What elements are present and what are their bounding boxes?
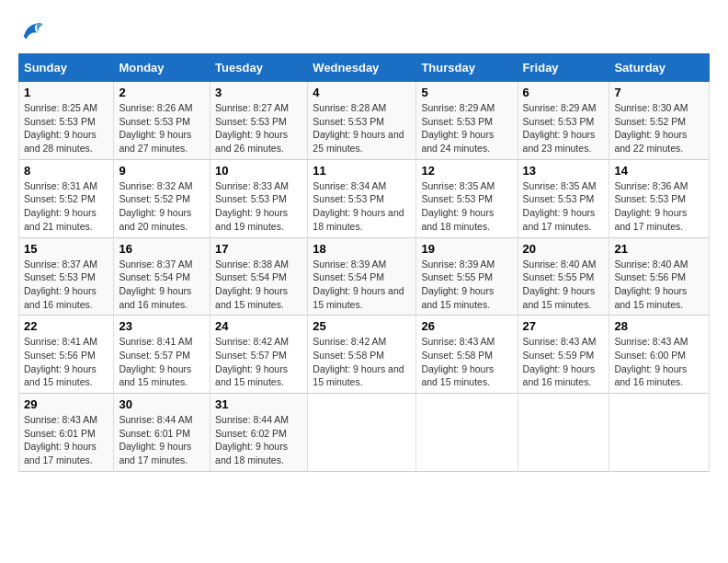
daylight-hours: Daylight: 9 hours and 28 minutes. [24, 129, 97, 154]
day-number: 4 [313, 86, 411, 99]
day-info: Sunrise: 8:35 AM Sunset: 5:53 PM Dayligh… [523, 179, 605, 234]
day-number: 9 [119, 164, 205, 178]
sunset-time: Sunset: 5:53 PM [614, 193, 686, 204]
sunrise-time: Sunrise: 8:37 AM [119, 259, 192, 270]
sunrise-time: Sunrise: 8:27 AM [215, 102, 289, 113]
day-info: Sunrise: 8:26 AM Sunset: 5:53 PM Dayligh… [119, 101, 205, 155]
day-number: 11 [313, 164, 411, 178]
daylight-hours: Daylight: 9 hours and 15 minutes. [614, 285, 687, 310]
calendar-table: SundayMondayTuesdayWednesdayThursdayFrid… [18, 53, 710, 472]
sunset-time: Sunset: 6:01 PM [24, 428, 96, 439]
sunrise-time: Sunrise: 8:30 AM [614, 102, 688, 113]
day-info: Sunrise: 8:37 AM Sunset: 5:54 PM Dayligh… [119, 258, 205, 312]
sunrise-time: Sunrise: 8:43 AM [24, 414, 97, 425]
day-number: 31 [215, 397, 302, 411]
sunrise-time: Sunrise: 8:26 AM [119, 102, 192, 113]
day-number: 7 [614, 86, 704, 99]
day-info: Sunrise: 8:28 AM Sunset: 5:53 PM Dayligh… [313, 101, 411, 155]
day-number: 25 [313, 319, 411, 333]
calendar-header-row: SundayMondayTuesdayWednesdayThursdayFrid… [19, 54, 710, 82]
sunset-time: Sunset: 5:57 PM [215, 350, 287, 361]
day-number: 24 [215, 319, 302, 333]
page-header [18, 18, 710, 44]
column-header-thursday: Thursday [416, 54, 518, 82]
sunset-time: Sunset: 5:53 PM [119, 116, 190, 127]
calendar-cell: 25 Sunrise: 8:42 AM Sunset: 5:58 PM Dayl… [308, 316, 416, 394]
daylight-hours: Daylight: 9 hours and 22 minutes. [614, 129, 687, 154]
calendar-cell: 11 Sunrise: 8:34 AM Sunset: 5:53 PM Dayl… [308, 159, 416, 237]
day-info: Sunrise: 8:39 AM Sunset: 5:55 PM Dayligh… [421, 258, 512, 312]
day-info: Sunrise: 8:42 AM Sunset: 5:58 PM Dayligh… [313, 335, 411, 389]
sunrise-time: Sunrise: 8:31 AM [24, 180, 97, 191]
day-info: Sunrise: 8:41 AM Sunset: 5:56 PM Dayligh… [24, 335, 108, 389]
day-number: 28 [614, 319, 704, 333]
calendar-cell: 3 Sunrise: 8:27 AM Sunset: 5:53 PM Dayli… [210, 82, 308, 160]
day-info: Sunrise: 8:43 AM Sunset: 5:58 PM Dayligh… [421, 335, 512, 389]
sunrise-time: Sunrise: 8:38 AM [215, 259, 289, 270]
day-number: 14 [614, 164, 704, 178]
daylight-hours: Daylight: 9 hours and 18 minutes. [421, 207, 494, 232]
day-info: Sunrise: 8:25 AM Sunset: 5:53 PM Dayligh… [24, 101, 108, 155]
sunset-time: Sunset: 5:58 PM [421, 350, 493, 361]
day-info: Sunrise: 8:41 AM Sunset: 5:57 PM Dayligh… [119, 335, 205, 389]
calendar-cell: 23 Sunrise: 8:41 AM Sunset: 5:57 PM Dayl… [114, 316, 210, 394]
day-info: Sunrise: 8:44 AM Sunset: 6:02 PM Dayligh… [215, 413, 302, 467]
day-number: 22 [24, 319, 108, 333]
sunset-time: Sunset: 5:56 PM [614, 271, 686, 282]
sunset-time: Sunset: 5:53 PM [421, 193, 493, 204]
day-number: 5 [421, 86, 512, 99]
sunrise-time: Sunrise: 8:34 AM [313, 180, 386, 191]
calendar-cell: 7 Sunrise: 8:30 AM Sunset: 5:52 PM Dayli… [609, 82, 710, 160]
day-info: Sunrise: 8:40 AM Sunset: 5:56 PM Dayligh… [614, 258, 704, 312]
calendar-cell: 14 Sunrise: 8:36 AM Sunset: 5:53 PM Dayl… [609, 159, 710, 237]
sunrise-time: Sunrise: 8:29 AM [523, 102, 597, 113]
sunrise-time: Sunrise: 8:40 AM [614, 259, 688, 270]
daylight-hours: Daylight: 9 hours and 21 minutes. [24, 207, 97, 232]
calendar-week-4: 22 Sunrise: 8:41 AM Sunset: 5:56 PM Dayl… [19, 316, 710, 394]
sunset-time: Sunset: 5:53 PM [215, 193, 287, 204]
daylight-hours: Daylight: 9 hours and 15 minutes. [313, 285, 404, 310]
calendar-week-3: 15 Sunrise: 8:37 AM Sunset: 5:53 PM Dayl… [19, 237, 710, 316]
sunrise-time: Sunrise: 8:42 AM [215, 336, 289, 347]
calendar-cell [416, 394, 518, 472]
calendar-cell [609, 394, 710, 472]
calendar-week-2: 8 Sunrise: 8:31 AM Sunset: 5:52 PM Dayli… [19, 159, 710, 237]
calendar-cell: 9 Sunrise: 8:32 AM Sunset: 5:52 PM Dayli… [114, 159, 210, 237]
day-info: Sunrise: 8:31 AM Sunset: 5:52 PM Dayligh… [24, 179, 108, 234]
day-info: Sunrise: 8:37 AM Sunset: 5:53 PM Dayligh… [24, 258, 108, 312]
sunset-time: Sunset: 5:56 PM [24, 350, 96, 361]
sunrise-time: Sunrise: 8:29 AM [421, 102, 495, 113]
day-number: 21 [614, 242, 704, 256]
sunrise-time: Sunrise: 8:43 AM [614, 336, 688, 347]
sunset-time: Sunset: 5:53 PM [523, 193, 595, 204]
day-info: Sunrise: 8:33 AM Sunset: 5:53 PM Dayligh… [215, 179, 302, 234]
sunrise-time: Sunrise: 8:39 AM [313, 259, 386, 270]
daylight-hours: Daylight: 9 hours and 15 minutes. [24, 363, 97, 388]
calendar-cell: 20 Sunrise: 8:40 AM Sunset: 5:55 PM Dayl… [518, 237, 609, 316]
calendar-cell: 19 Sunrise: 8:39 AM Sunset: 5:55 PM Dayl… [416, 237, 518, 316]
day-info: Sunrise: 8:29 AM Sunset: 5:53 PM Dayligh… [421, 101, 512, 155]
day-info: Sunrise: 8:43 AM Sunset: 5:59 PM Dayligh… [523, 335, 605, 389]
daylight-hours: Daylight: 9 hours and 17 minutes. [119, 441, 191, 465]
sunset-time: Sunset: 5:54 PM [119, 271, 190, 282]
calendar-cell: 17 Sunrise: 8:38 AM Sunset: 5:54 PM Dayl… [210, 237, 308, 316]
sunset-time: Sunset: 5:55 PM [421, 271, 493, 282]
sunset-time: Sunset: 5:57 PM [119, 350, 190, 361]
sunrise-time: Sunrise: 8:42 AM [313, 336, 386, 347]
day-info: Sunrise: 8:43 AM Sunset: 6:00 PM Dayligh… [614, 335, 704, 389]
day-info: Sunrise: 8:40 AM Sunset: 5:55 PM Dayligh… [523, 258, 605, 312]
sunset-time: Sunset: 5:52 PM [614, 116, 686, 127]
calendar-cell: 12 Sunrise: 8:35 AM Sunset: 5:53 PM Dayl… [416, 159, 518, 237]
column-header-friday: Friday [518, 54, 609, 82]
calendar-week-5: 29 Sunrise: 8:43 AM Sunset: 6:01 PM Dayl… [19, 394, 710, 472]
sunrise-time: Sunrise: 8:33 AM [215, 180, 289, 191]
day-info: Sunrise: 8:29 AM Sunset: 5:53 PM Dayligh… [523, 101, 605, 155]
sunset-time: Sunset: 5:53 PM [313, 193, 384, 204]
calendar-cell: 4 Sunrise: 8:28 AM Sunset: 5:53 PM Dayli… [308, 82, 416, 160]
sunrise-time: Sunrise: 8:44 AM [215, 414, 289, 425]
day-info: Sunrise: 8:42 AM Sunset: 5:57 PM Dayligh… [215, 335, 302, 389]
sunset-time: Sunset: 5:58 PM [313, 350, 384, 361]
daylight-hours: Daylight: 9 hours and 16 minutes. [614, 363, 687, 388]
daylight-hours: Daylight: 9 hours and 27 minutes. [119, 129, 191, 154]
daylight-hours: Daylight: 9 hours and 18 minutes. [313, 207, 404, 232]
